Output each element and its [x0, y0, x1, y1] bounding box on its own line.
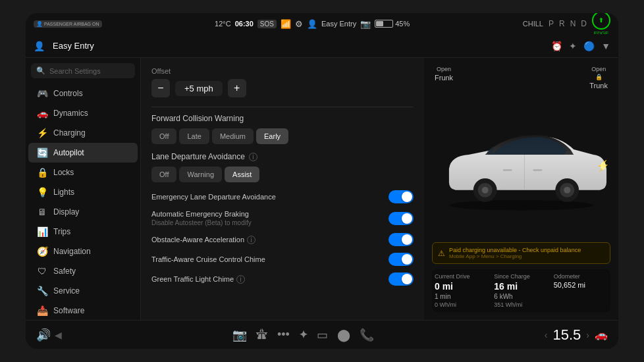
oaa-info-icon[interactable]: i [247, 236, 255, 244]
service-label: Service [53, 286, 80, 296]
camera-icon: 📷 [360, 19, 371, 29]
camera-dock-icon[interactable]: 📷 [232, 328, 247, 342]
temp-display: 12°C [215, 20, 231, 28]
elda-toggle[interactable] [389, 190, 414, 203]
warning-banner: ⚠ Paid charging unavailable - Check unpa… [432, 242, 610, 264]
gear-r: R [559, 19, 565, 28]
fcw-title: Forward Collision Warning [151, 114, 414, 123]
sidebar-item-software[interactable]: 📥 Software [28, 301, 138, 320]
search-box[interactable]: 🔍 Search Settings [31, 63, 135, 78]
elda-label: Emergency Lane Departure Avoidance [151, 193, 276, 201]
card-dock-icon[interactable]: ▭ [317, 328, 328, 342]
svg-point-0 [449, 200, 593, 211]
fcw-late-button[interactable]: Late [179, 128, 209, 144]
battery-bar [375, 20, 393, 28]
gtlc-toggle[interactable] [389, 272, 414, 286]
since-charge-miles: 16 mi [494, 281, 548, 292]
current-drive-miles: 0 mi [435, 281, 489, 292]
tacc-toggle[interactable] [389, 253, 414, 266]
svg-point-3 [482, 187, 489, 194]
aeb-label-group: Automatic Emergency Braking Disable Auto… [151, 210, 252, 226]
fcw-btn-group: Off Late Medium Early [151, 128, 414, 144]
since-charge-stat: Since Charge 16 mi 6 kWh 351 Wh/mi [494, 273, 548, 308]
lda-btn-group: Off Warning Assist [151, 167, 414, 182]
fcw-early-button[interactable]: Early [256, 128, 288, 144]
charging-label: Charging [53, 128, 86, 138]
nav-bt-icon[interactable]: ✦ [569, 41, 577, 51]
nav-chevron-icon[interactable]: ▼ [601, 41, 610, 51]
phone-dock-icon[interactable]: 📞 [360, 328, 374, 342]
svg-point-6 [564, 187, 570, 194]
dynamics-icon: 🚗 [36, 108, 48, 118]
gtlc-row: Green Traffic Light Chime i [151, 272, 414, 286]
camera2-dock-icon[interactable]: ⬤ [337, 328, 350, 342]
tacc-toggle-knob [402, 254, 412, 265]
sidebar-item-display[interactable]: 🖥 Display [28, 202, 138, 222]
lda-info-icon[interactable]: i [249, 153, 257, 161]
bluetooth-dock-icon[interactable]: ✦ [299, 328, 308, 341]
aeb-row: Automatic Emergency Braking Disable Auto… [151, 210, 414, 226]
odometer-stat: Odometer 50,652 mi [554, 273, 608, 308]
since-charge-label: Since Charge [494, 273, 548, 280]
trunk-label[interactable]: Open 🔒 Trunk [589, 66, 608, 90]
more-dock-icon[interactable]: ••• [277, 328, 290, 342]
sidebar-item-dynamics[interactable]: 🚗 Dynamics [28, 103, 138, 123]
sos-display: SOS [257, 20, 277, 28]
speed-left-arrow[interactable]: ‹ [545, 330, 548, 340]
oaa-row: Obstacle-Aware Acceleration i [151, 233, 414, 246]
lda-warning-button[interactable]: Warning [179, 167, 222, 182]
airbag-badge: 👤 PASSENGER AIRBAG ON [34, 20, 102, 28]
lights-label: Lights [53, 188, 74, 197]
road-dock-icon[interactable]: 🛣 [256, 328, 268, 342]
nav-bt2-icon[interactable]: 🔵 [583, 41, 595, 51]
elda-row: Emergency Lane Departure Avoidance [151, 190, 414, 203]
main-content: 🔍 Search Settings 🎮 Controls 🚗 Dynamics … [26, 58, 618, 320]
sidebar-item-charging[interactable]: ⚡ Charging [28, 123, 138, 143]
sidebar-item-controls[interactable]: 🎮 Controls [28, 84, 138, 103]
car-panel: Open Frunk Open 🔒 Trunk [424, 58, 618, 320]
gtlc-info-icon[interactable]: i [236, 275, 245, 284]
sidebar-item-locks[interactable]: 🔒 Locks [28, 163, 138, 182]
nav-alarm-icon[interactable]: ⏰ [551, 41, 562, 51]
software-label: Software [53, 306, 84, 315]
current-drive-time: 1 min [435, 293, 489, 300]
car-svg: ⚡ [429, 92, 613, 240]
car-dock-icon[interactable]: 🚗 [595, 328, 608, 341]
fcw-medium-button[interactable]: Medium [212, 128, 254, 144]
lda-title: Lane Departure Avoidance i [151, 152, 414, 161]
nav-bar: 👤 Easy Entry ⏰ ✦ 🔵 ▼ [26, 34, 618, 58]
sidebar-item-trips[interactable]: 📊 Trips [28, 222, 138, 242]
dock-back-arrow[interactable]: ◀ [55, 330, 62, 340]
lda-assist-button[interactable]: Assist [225, 167, 259, 182]
since-charge-kwh: 6 kWh [494, 293, 548, 300]
lda-off-button[interactable]: Off [151, 167, 176, 182]
since-charge-wh: 351 Wh/mi [494, 301, 548, 308]
sidebar-item-autopilot[interactable]: 🔄 Autopilot [28, 143, 138, 163]
battery-indicator: 45% [375, 20, 410, 28]
lights-icon: 💡 [36, 187, 48, 197]
aeb-toggle[interactable] [389, 212, 414, 225]
volume-icon[interactable]: 🔊 [36, 328, 51, 342]
odometer-value: 50,652 mi [554, 281, 608, 289]
sidebar-item-safety[interactable]: 🛡 Safety [28, 261, 138, 281]
offset-plus-button[interactable]: + [228, 79, 246, 97]
oaa-toggle[interactable] [389, 233, 414, 246]
sidebar-item-service[interactable]: 🔧 Service [28, 281, 138, 301]
sidebar-item-navigation[interactable]: 🧭 Navigation [28, 242, 138, 261]
frunk-label[interactable]: Open Frunk [435, 66, 453, 90]
safety-label: Safety [53, 267, 76, 276]
fcw-off-button[interactable]: Off [151, 128, 176, 144]
nav-title: Easy Entry [53, 41, 94, 51]
gtlc-toggle-knob [402, 274, 412, 284]
software-icon: 📥 [36, 305, 48, 316]
offset-minus-button[interactable]: − [151, 79, 170, 97]
warning-text: Paid charging unavailable - Check unpaid… [449, 247, 581, 253]
aeb-toggle-knob [402, 213, 412, 224]
charging-icon: ⚡ [36, 128, 48, 138]
speed-right-arrow[interactable]: › [586, 330, 589, 340]
offset-section: Offset − +5 mph + [151, 67, 414, 97]
locks-label: Locks [53, 168, 74, 177]
settings-panel: Offset − +5 mph + Forward Collision Warn… [141, 58, 424, 320]
sidebar-item-lights[interactable]: 💡 Lights [28, 182, 138, 202]
elda-toggle-knob [402, 192, 412, 202]
